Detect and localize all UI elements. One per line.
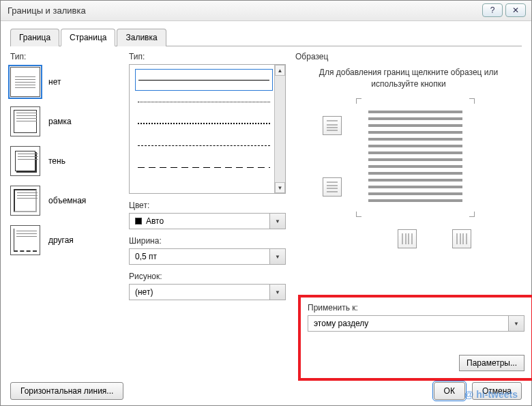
tabs: Граница Страница Заливка [10, 28, 522, 46]
setting-none-icon [10, 67, 40, 97]
dialog-body: Тип: нет рамка [10, 52, 522, 300]
width-field: Ширина: 0,5 пт [129, 236, 286, 265]
style-column: Тип: ▲ ▼ Цвет: Авто [129, 52, 286, 300]
apply-to-combo[interactable]: этому разделу [308, 315, 524, 332]
help-button[interactable]: ? [482, 3, 503, 17]
horizontal-line-label: Горизонтальная линия... [20, 386, 113, 396]
border-left-icon [400, 232, 414, 246]
preview-lines-icon [368, 111, 462, 205]
apply-to-block: Применить к: этому разделу Параметры... [298, 295, 532, 381]
cancel-button[interactable]: Отмена [472, 382, 522, 400]
setting-shadow[interactable]: тень [10, 146, 119, 176]
line-style-scrollbar[interactable]: ▲ ▼ [274, 65, 285, 193]
art-field: Рисунок: (нет) [129, 272, 286, 300]
titlebar: Границы и заливка ? ✕ [1, 1, 531, 21]
width-value: 0,5 пт [135, 252, 157, 261]
options-button-label: Параметры... [467, 358, 517, 368]
color-value: Авто [146, 216, 164, 226]
dialog-buttons: ОК Отмена [434, 382, 522, 400]
cancel-label: Отмена [482, 386, 512, 396]
color-swatch-icon [135, 218, 142, 224]
preview-label: Образец [295, 52, 522, 61]
setting-3d[interactable]: объемная [10, 186, 119, 216]
close-button[interactable]: ✕ [505, 3, 526, 17]
preview-page[interactable] [360, 102, 471, 213]
setting-none[interactable]: нет [10, 67, 119, 97]
setting-box-label: рамка [48, 117, 72, 126]
border-bottom-icon [325, 180, 339, 194]
setting-none-label: нет [48, 77, 61, 87]
line-style-sparse-dots[interactable] [135, 113, 273, 134]
setting-column: Тип: нет рамка [10, 52, 119, 300]
style-type-label: Тип: [129, 52, 286, 61]
ok-label: ОК [444, 386, 455, 396]
edge-top-button[interactable] [323, 116, 342, 135]
line-style-short-dash[interactable] [135, 134, 273, 156]
ok-button[interactable]: ОК [434, 382, 465, 400]
setting-box-icon [10, 106, 40, 136]
edge-bottom-button[interactable] [323, 177, 342, 197]
setting-custom-icon [10, 225, 40, 255]
dialog-content: Граница Страница Заливка Тип: нет [1, 21, 531, 405]
titlebar-buttons: ? ✕ [482, 3, 526, 17]
preview-column: Образец Для добавления границ щелкните о… [295, 52, 522, 300]
tab-page[interactable]: Страница [61, 29, 115, 46]
color-field: Цвет: Авто [129, 201, 286, 229]
color-label: Цвет: [129, 201, 286, 210]
tab-shading[interactable]: Заливка [117, 29, 166, 46]
setting-custom-label: другая [48, 235, 74, 245]
horizontal-line-button[interactable]: Горизонтальная линия... [10, 382, 123, 400]
scroll-down-icon[interactable]: ▼ [275, 182, 285, 193]
settings-list: нет рамка [10, 64, 119, 255]
setting-shadow-label: тень [48, 156, 65, 166]
setting-shadow-icon [10, 146, 40, 176]
window-title: Границы и заливка [8, 5, 86, 16]
border-top-icon [325, 119, 339, 132]
apply-to-value: этому разделу [314, 319, 368, 328]
art-value: (нет) [135, 287, 153, 297]
setting-custom[interactable]: другая [10, 225, 119, 255]
bottom-bar: Горизонтальная линия... ОК Отмена [10, 382, 522, 400]
line-style-list[interactable]: ▲ ▼ [129, 64, 286, 194]
borders-shading-dialog: Границы и заливка ? ✕ Граница Страница З… [0, 0, 532, 406]
line-style-solid[interactable] [135, 69, 273, 91]
setting-label: Тип: [10, 52, 119, 61]
width-label: Ширина: [129, 236, 286, 246]
color-combo[interactable]: Авто [129, 213, 286, 229]
edge-left-button[interactable] [398, 229, 417, 248]
apply-to-label: Применить к: [308, 303, 524, 313]
art-combo[interactable]: (нет) [129, 284, 286, 300]
width-combo[interactable]: 0,5 пт [129, 248, 286, 265]
setting-3d-icon [10, 186, 40, 216]
setting-box[interactable]: рамка [10, 106, 119, 136]
line-style-long-dash[interactable] [135, 156, 273, 178]
scroll-up-icon[interactable]: ▲ [275, 65, 285, 76]
tab-border[interactable]: Граница [10, 29, 59, 46]
line-style-dotted[interactable] [135, 91, 273, 113]
edge-right-button[interactable] [452, 229, 471, 248]
preview-box [295, 96, 522, 232]
setting-3d-label: объемная [48, 196, 86, 205]
preview-hint: Для добавления границ щелкните образец и… [295, 64, 522, 96]
options-button[interactable]: Параметры... [459, 355, 524, 371]
art-label: Рисунок: [129, 272, 286, 281]
border-right-icon [455, 232, 469, 246]
